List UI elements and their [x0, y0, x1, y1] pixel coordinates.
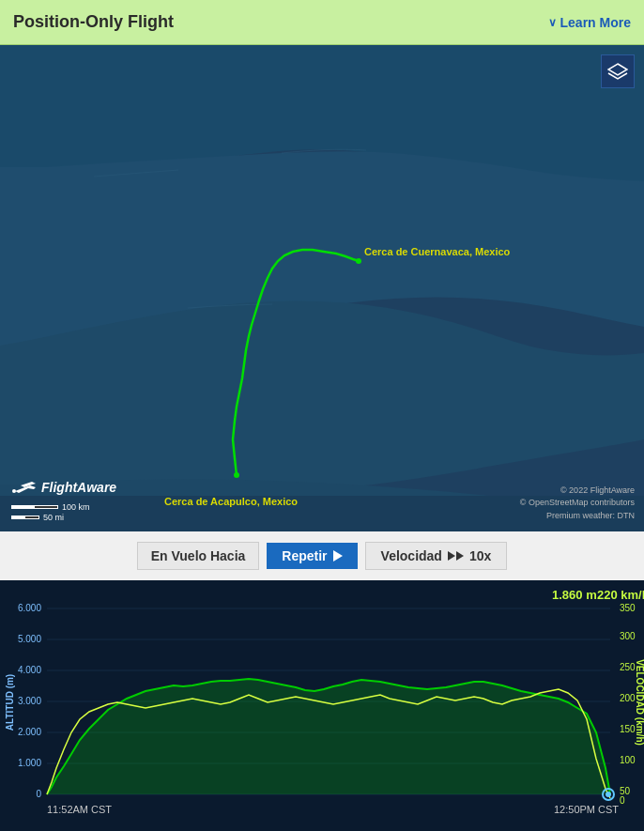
map-container: Cerca de Cuernavaca, Mexico Cerca de Aca…	[0, 45, 644, 580]
repeat-label: Repetir	[282, 548, 327, 563]
svg-point-7	[12, 489, 16, 493]
svg-text:250: 250	[620, 662, 636, 672]
svg-text:4.000: 4.000	[18, 665, 41, 675]
svg-text:300: 300	[620, 631, 636, 641]
svg-text:220 km/h: 220 km/h	[597, 588, 644, 602]
repeat-button[interactable]: Repetir	[267, 543, 357, 569]
svg-text:3.000: 3.000	[18, 696, 41, 706]
speed-icon	[448, 551, 464, 561]
speed-control[interactable]: Velocidad 10x	[365, 542, 508, 570]
svg-text:12:50PM CST: 12:50PM CST	[554, 804, 619, 815]
svg-text:150: 150	[620, 724, 636, 734]
learn-more-button[interactable]: ∨ Learn More	[548, 15, 631, 30]
chart-svg: 6.000 5.000 4.000 3.000 2.000 1.000 0 35…	[0, 580, 644, 831]
svg-point-33	[606, 792, 611, 797]
map-controls: En Vuelo Hacia Repetir Velocidad 10x	[0, 531, 644, 580]
destination-label: En Vuelo Hacia	[137, 542, 260, 570]
svg-text:1.860 m: 1.860 m	[552, 588, 597, 602]
svg-text:350: 350	[620, 603, 636, 613]
svg-text:1.000: 1.000	[18, 758, 41, 768]
svg-text:VELOCIDAD (km/h): VELOCIDAD (km/h)	[635, 659, 644, 746]
speed-value: 10x	[469, 548, 491, 563]
map-copyright: © 2022 FlightAware © OpenStreetMap contr…	[520, 485, 635, 523]
svg-text:Cerca de Cuernavaca, Mexico: Cerca de Cuernavaca, Mexico	[364, 246, 511, 257]
svg-text:0: 0	[620, 795, 625, 806]
svg-point-5	[356, 258, 361, 264]
play-icon	[333, 550, 343, 562]
svg-text:200: 200	[620, 693, 636, 703]
scale-50mi: 50 mi	[43, 513, 64, 522]
svg-marker-6	[608, 64, 627, 75]
svg-text:100: 100	[620, 755, 636, 765]
flightaware-logo: FlightAware 100 km 50 mi	[11, 478, 116, 522]
scale-100km: 100 km	[62, 502, 90, 512]
svg-text:6.000: 6.000	[18, 603, 41, 613]
header-banner: Position-Only Flight ∨ Learn More	[0, 0, 644, 45]
svg-text:Cerca de Acapulco, Mexico: Cerca de Acapulco, Mexico	[164, 496, 298, 507]
chevron-down-icon: ∨	[548, 16, 557, 29]
svg-text:ALTITUD (m): ALTITUD (m)	[5, 674, 15, 731]
svg-point-4	[234, 472, 239, 478]
svg-text:0: 0	[36, 789, 41, 799]
chart-container: 6.000 5.000 4.000 3.000 2.000 1.000 0 35…	[0, 580, 644, 831]
svg-text:5.000: 5.000	[18, 634, 41, 644]
page-title: Position-Only Flight	[13, 12, 174, 32]
learn-more-label: Learn More	[560, 15, 631, 30]
svg-text:2.000: 2.000	[18, 727, 41, 737]
velocity-label: Velocidad	[381, 548, 442, 563]
layer-button[interactable]	[601, 54, 635, 88]
svg-text:11:52AM CST: 11:52AM CST	[47, 804, 112, 815]
